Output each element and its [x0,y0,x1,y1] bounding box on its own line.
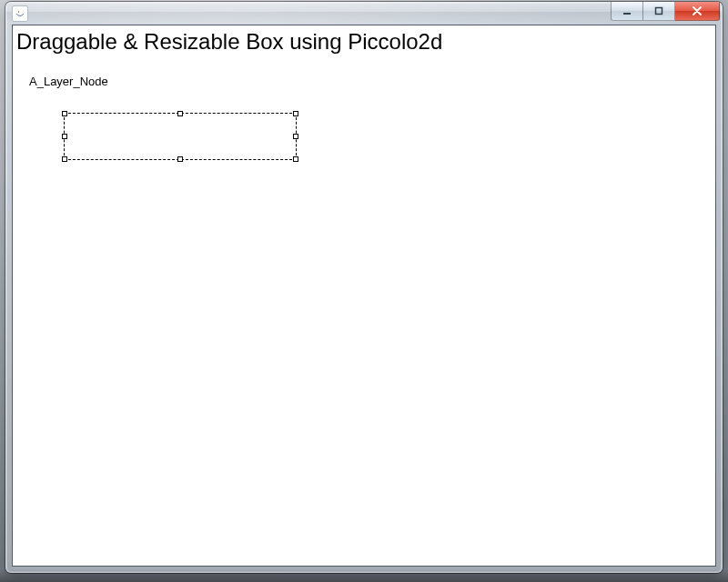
window-controls [611,2,720,21]
canvas-panel[interactable]: Draggable & Resizable Box using Piccolo2… [12,25,716,567]
resize-handle-s[interactable] [177,156,183,162]
close-button[interactable] [675,2,720,21]
app-window: Draggable & Resizable Box using Piccolo2… [5,2,723,573]
selected-box[interactable] [64,113,297,160]
resize-handle-e[interactable] [293,134,298,139]
resize-handle-n[interactable] [177,111,183,116]
close-icon [692,6,703,15]
resize-handle-ne[interactable] [293,111,298,116]
maximize-icon [654,6,663,15]
layer-node-label: A_Layer_Node [29,75,108,88]
resize-handle-sw[interactable] [62,156,67,162]
resize-handle-nw[interactable] [62,111,67,116]
resize-handle-w[interactable] [62,134,67,139]
minimize-button[interactable] [611,2,643,21]
java-app-icon [12,5,28,22]
maximize-button[interactable] [643,2,675,21]
page-title: Draggable & Resizable Box using Piccolo2… [16,29,715,55]
titlebar[interactable] [6,3,722,23]
svg-rect-1 [656,8,662,15]
minimize-icon [622,6,632,15]
resize-handle-se[interactable] [293,156,298,162]
svg-rect-0 [623,13,631,15]
desktop: Draggable & Resizable Box using Piccolo2… [0,0,728,582]
